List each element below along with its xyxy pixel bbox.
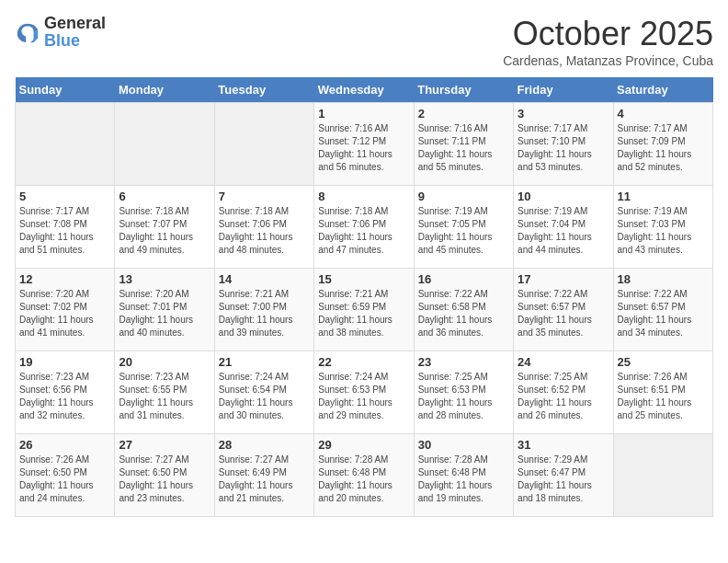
day-info: Sunrise: 7:26 AM Sunset: 6:51 PM Dayligh…	[618, 371, 709, 422]
day-info: Sunrise: 7:27 AM Sunset: 6:49 PM Dayligh…	[219, 454, 310, 505]
day-number: 8	[318, 190, 409, 203]
week-row-2: 5Sunrise: 7:17 AM Sunset: 7:08 PM Daylig…	[16, 186, 713, 269]
day-info: Sunrise: 7:22 AM Sunset: 6:58 PM Dayligh…	[418, 288, 509, 339]
day-info: Sunrise: 7:27 AM Sunset: 6:50 PM Dayligh…	[119, 454, 210, 505]
calendar-cell: 5Sunrise: 7:17 AM Sunset: 7:08 PM Daylig…	[16, 186, 115, 269]
day-info: Sunrise: 7:16 AM Sunset: 7:12 PM Dayligh…	[318, 122, 409, 174]
calendar-cell: 2Sunrise: 7:16 AM Sunset: 7:11 PM Daylig…	[414, 103, 513, 186]
week-row-3: 12Sunrise: 7:20 AM Sunset: 7:02 PM Dayli…	[16, 269, 713, 351]
day-info: Sunrise: 7:23 AM Sunset: 6:55 PM Dayligh…	[119, 371, 210, 422]
calendar-cell	[16, 103, 115, 186]
calendar-table: SundayMondayTuesdayWednesdayThursdayFrid…	[15, 77, 713, 517]
day-number: 16	[418, 272, 509, 286]
day-info: Sunrise: 7:21 AM Sunset: 6:59 PM Dayligh…	[318, 288, 409, 339]
day-info: Sunrise: 7:21 AM Sunset: 7:00 PM Dayligh…	[219, 288, 310, 339]
week-row-5: 26Sunrise: 7:26 AM Sunset: 6:50 PM Dayli…	[16, 434, 713, 517]
day-number: 11	[618, 190, 709, 203]
calendar-cell: 29Sunrise: 7:28 AM Sunset: 6:48 PM Dayli…	[314, 434, 414, 517]
day-number: 6	[119, 190, 210, 203]
calendar-cell: 4Sunrise: 7:17 AM Sunset: 7:09 PM Daylig…	[613, 103, 712, 186]
calendar-cell: 30Sunrise: 7:28 AM Sunset: 6:48 PM Dayli…	[414, 434, 513, 517]
day-info: Sunrise: 7:28 AM Sunset: 6:48 PM Dayligh…	[418, 454, 509, 505]
day-number: 30	[418, 438, 509, 452]
day-number: 20	[119, 355, 210, 369]
day-info: Sunrise: 7:19 AM Sunset: 7:05 PM Dayligh…	[418, 205, 509, 257]
month-title: October 2025	[503, 15, 713, 53]
calendar-cell: 20Sunrise: 7:23 AM Sunset: 6:55 PM Dayli…	[115, 351, 214, 434]
day-info: Sunrise: 7:19 AM Sunset: 7:04 PM Dayligh…	[518, 205, 609, 257]
day-header-monday: Monday	[115, 77, 214, 103]
day-number: 9	[418, 190, 509, 203]
day-number: 1	[318, 107, 409, 121]
day-number: 5	[19, 190, 110, 203]
day-number: 19	[19, 355, 110, 369]
day-info: Sunrise: 7:17 AM Sunset: 7:10 PM Dayligh…	[518, 122, 609, 174]
subtitle: Cardenas, Matanzas Province, Cuba	[503, 53, 713, 68]
title-area: October 2025 Cardenas, Matanzas Province…	[503, 15, 713, 68]
day-number: 13	[119, 272, 210, 286]
calendar-cell: 25Sunrise: 7:26 AM Sunset: 6:51 PM Dayli…	[613, 351, 712, 434]
calendar-cell: 21Sunrise: 7:24 AM Sunset: 6:54 PM Dayli…	[214, 351, 313, 434]
calendar-cell: 7Sunrise: 7:18 AM Sunset: 7:06 PM Daylig…	[214, 186, 313, 269]
day-info: Sunrise: 7:25 AM Sunset: 6:52 PM Dayligh…	[518, 371, 609, 422]
day-header-tuesday: Tuesday	[214, 77, 313, 103]
day-info: Sunrise: 7:19 AM Sunset: 7:03 PM Dayligh…	[618, 205, 709, 257]
day-number: 23	[418, 355, 509, 369]
calendar-cell: 28Sunrise: 7:27 AM Sunset: 6:49 PM Dayli…	[214, 434, 313, 517]
logo: General Blue	[15, 15, 106, 50]
day-number: 25	[618, 355, 709, 369]
calendar-header-row: SundayMondayTuesdayWednesdayThursdayFrid…	[16, 77, 713, 103]
day-info: Sunrise: 7:17 AM Sunset: 7:08 PM Dayligh…	[19, 205, 110, 257]
day-number: 24	[518, 355, 609, 369]
day-info: Sunrise: 7:20 AM Sunset: 7:02 PM Dayligh…	[19, 288, 110, 339]
day-number: 29	[318, 438, 409, 452]
logo-text: General Blue	[44, 15, 106, 50]
calendar-cell	[613, 434, 712, 517]
day-info: Sunrise: 7:25 AM Sunset: 6:53 PM Dayligh…	[418, 371, 509, 422]
calendar-cell: 1Sunrise: 7:16 AM Sunset: 7:12 PM Daylig…	[314, 103, 414, 186]
calendar-cell: 31Sunrise: 7:29 AM Sunset: 6:47 PM Dayli…	[514, 434, 613, 517]
day-number: 31	[518, 438, 609, 452]
calendar-cell: 14Sunrise: 7:21 AM Sunset: 7:00 PM Dayli…	[214, 269, 313, 351]
calendar-cell: 8Sunrise: 7:18 AM Sunset: 7:06 PM Daylig…	[314, 186, 414, 269]
calendar-cell: 6Sunrise: 7:18 AM Sunset: 7:07 PM Daylig…	[115, 186, 214, 269]
day-info: Sunrise: 7:24 AM Sunset: 6:53 PM Dayligh…	[318, 371, 409, 422]
calendar-cell: 3Sunrise: 7:17 AM Sunset: 7:10 PM Daylig…	[514, 103, 613, 186]
calendar-cell: 13Sunrise: 7:20 AM Sunset: 7:01 PM Dayli…	[115, 269, 214, 351]
day-number: 2	[418, 107, 509, 121]
day-number: 21	[219, 355, 310, 369]
day-info: Sunrise: 7:20 AM Sunset: 7:01 PM Dayligh…	[119, 288, 210, 339]
logo-icon	[15, 19, 40, 45]
calendar-cell: 10Sunrise: 7:19 AM Sunset: 7:04 PM Dayli…	[514, 186, 613, 269]
day-info: Sunrise: 7:17 AM Sunset: 7:09 PM Dayligh…	[618, 122, 709, 174]
day-info: Sunrise: 7:18 AM Sunset: 7:07 PM Dayligh…	[119, 205, 210, 257]
calendar-cell: 23Sunrise: 7:25 AM Sunset: 6:53 PM Dayli…	[414, 351, 513, 434]
calendar-body: 1Sunrise: 7:16 AM Sunset: 7:12 PM Daylig…	[16, 103, 713, 517]
day-number: 14	[219, 272, 310, 286]
day-info: Sunrise: 7:29 AM Sunset: 6:47 PM Dayligh…	[518, 454, 609, 505]
calendar-cell: 26Sunrise: 7:26 AM Sunset: 6:50 PM Dayli…	[16, 434, 115, 517]
calendar-cell: 12Sunrise: 7:20 AM Sunset: 7:02 PM Dayli…	[16, 269, 115, 351]
day-info: Sunrise: 7:16 AM Sunset: 7:11 PM Dayligh…	[418, 122, 509, 174]
day-number: 4	[618, 107, 709, 121]
calendar-cell	[214, 103, 313, 186]
calendar-cell: 19Sunrise: 7:23 AM Sunset: 6:56 PM Dayli…	[16, 351, 115, 434]
calendar-cell: 15Sunrise: 7:21 AM Sunset: 6:59 PM Dayli…	[314, 269, 414, 351]
day-header-friday: Friday	[514, 77, 613, 103]
calendar-cell: 22Sunrise: 7:24 AM Sunset: 6:53 PM Dayli…	[314, 351, 414, 434]
calendar-cell: 9Sunrise: 7:19 AM Sunset: 7:05 PM Daylig…	[414, 186, 513, 269]
day-number: 7	[219, 190, 310, 203]
day-number: 15	[318, 272, 409, 286]
day-info: Sunrise: 7:24 AM Sunset: 6:54 PM Dayligh…	[219, 371, 310, 422]
day-number: 12	[19, 272, 110, 286]
week-row-4: 19Sunrise: 7:23 AM Sunset: 6:56 PM Dayli…	[16, 351, 713, 434]
day-info: Sunrise: 7:18 AM Sunset: 7:06 PM Dayligh…	[318, 205, 409, 257]
calendar-cell: 17Sunrise: 7:22 AM Sunset: 6:57 PM Dayli…	[514, 269, 613, 351]
day-number: 26	[19, 438, 110, 452]
day-number: 17	[518, 272, 609, 286]
calendar-cell: 24Sunrise: 7:25 AM Sunset: 6:52 PM Dayli…	[514, 351, 613, 434]
day-number: 27	[119, 438, 210, 452]
day-info: Sunrise: 7:18 AM Sunset: 7:06 PM Dayligh…	[219, 205, 310, 257]
day-header-thursday: Thursday	[414, 77, 513, 103]
header: General Blue October 2025 Cardenas, Mata…	[15, 15, 713, 68]
